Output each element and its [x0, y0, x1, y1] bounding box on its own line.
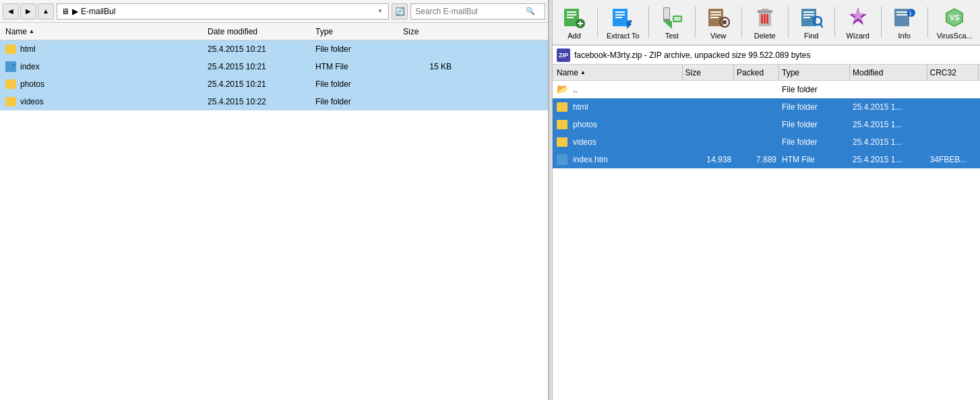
info-toolbar-label: Info — [898, 32, 911, 40]
toolbar-divider — [695, 7, 696, 38]
zip-info-bar: ZIP facebook-M3rty.zip - ZIP archive, un… — [553, 46, 980, 65]
svg-rect-37 — [894, 9, 909, 26]
toolbar-divider — [834, 7, 835, 38]
zip-column-headers: Name ▲ Size Packed Type Modified CRC32 — [553, 65, 980, 81]
svg-rect-1 — [567, 11, 576, 13]
svg-line-34 — [820, 24, 822, 27]
svg-rect-28 — [766, 14, 768, 24]
zip-file-name: index.htm — [554, 154, 683, 165]
svg-point-22 — [723, 20, 727, 24]
toolbar-test-button[interactable]: Test — [652, 3, 692, 42]
zip-row[interactable]: photos File folder 25.4.2015 1... — [553, 116, 980, 133]
up-button[interactable]: ▲ — [38, 3, 54, 20]
col-header-date[interactable]: Date modified — [205, 23, 313, 40]
zip-col-name[interactable]: Name ▲ — [554, 65, 683, 80]
svg-rect-6 — [580, 21, 581, 26]
zip-col-packed[interactable]: Packed — [734, 65, 779, 80]
delete-toolbar-label: Delete — [754, 32, 776, 40]
svg-rect-16 — [674, 17, 681, 21]
toolbar-wizard-button[interactable]: Wizard — [838, 3, 878, 42]
toolbar-divider — [881, 7, 882, 38]
toolbar-view-button[interactable]: View — [698, 3, 739, 42]
test-toolbar-label: Test — [665, 32, 679, 40]
file-date: 25.4.2015 10:21 — [205, 44, 313, 54]
zip-folder-icon — [557, 137, 568, 147]
view-toolbar-icon — [706, 5, 731, 30]
address-dropdown-icon[interactable]: ▼ — [376, 8, 384, 14]
breadcrumb-icon: 🖥 — [61, 7, 69, 16]
virusscan-toolbar-label: VirusSca... — [937, 32, 973, 40]
zip-row[interactable]: 📂 .. File folder — [553, 81, 980, 98]
zip-row[interactable]: html File folder 25.4.2015 1... — [553, 98, 980, 116]
zip-row[interactable]: index.htm 14.938 7.889 HTM File 25.4.201… — [553, 151, 980, 168]
zip-file-modified: 25.4.2015 1... — [850, 120, 927, 129]
zip-col-crc[interactable]: CRC32 — [927, 65, 979, 80]
col-header-size[interactable]: Size — [400, 23, 454, 40]
toolbar-divider — [741, 7, 742, 38]
svg-rect-20 — [710, 17, 718, 18]
file-type: HTM File — [313, 62, 400, 71]
add-toolbar-label: Add — [568, 32, 581, 40]
file-name: index — [3, 61, 205, 72]
file-list: html 25.4.2015 10:21 File folder index 2… — [0, 40, 548, 400]
zip-row[interactable]: videos File folder 25.4.2015 1... — [553, 133, 980, 151]
wizard-toolbar-label: Wizard — [847, 32, 869, 40]
refresh-button[interactable]: 🔄 — [392, 3, 408, 20]
forward-button[interactable]: ▶ — [20, 3, 36, 20]
toolbar-find-button[interactable]: Find — [791, 3, 832, 42]
find-toolbar-icon — [799, 5, 824, 30]
svg-text:i: i — [909, 10, 911, 17]
zip-file-name: html — [554, 102, 683, 112]
svg-rect-18 — [710, 11, 721, 13]
file-row[interactable]: html 25.4.2015 10:21 File folder — [0, 40, 548, 58]
zip-file-icon — [557, 154, 568, 165]
toolbar-virusscan-button[interactable]: VS VirusSca... — [931, 3, 979, 42]
col-header-type[interactable]: Type — [313, 23, 400, 40]
zip-folder-icon — [557, 102, 568, 112]
file-type: File folder — [313, 44, 400, 54]
search-icon[interactable]: 🔍 — [526, 7, 535, 15]
svg-rect-19 — [710, 14, 721, 15]
file-type: File folder — [313, 97, 400, 106]
file-row[interactable]: photos 25.4.2015 10:21 File folder — [0, 75, 548, 93]
svg-rect-32 — [803, 17, 810, 18]
address-path: E-mailBul — [81, 7, 376, 16]
zip-file-type: File folder — [779, 137, 850, 147]
toolbar-info-button[interactable]: i Info — [884, 3, 925, 42]
add-toolbar-icon — [562, 5, 586, 30]
toolbar-divider — [927, 7, 928, 38]
toolbar-delete-button[interactable]: Delete — [745, 3, 785, 42]
svg-rect-9 — [615, 14, 625, 15]
file-name: videos — [3, 97, 205, 106]
find-toolbar-label: Find — [804, 32, 818, 40]
svg-text:VS: VS — [950, 13, 960, 22]
file-row[interactable]: index 25.4.2015 10:21 HTM File 15 KB — [0, 58, 548, 75]
back-button[interactable]: ◀ — [3, 3, 19, 20]
test-toolbar-icon — [660, 5, 684, 30]
view-toolbar-label: View — [710, 32, 727, 40]
zip-col-type[interactable]: Type — [779, 65, 850, 80]
toolbar-add-button[interactable]: Add — [554, 3, 594, 42]
col-header-name[interactable]: Name ▲ — [3, 23, 205, 40]
zip-col-size[interactable]: Size — [683, 65, 734, 80]
svg-rect-26 — [761, 14, 763, 24]
file-name: html — [3, 44, 205, 54]
search-input[interactable] — [415, 7, 523, 16]
zip-file-modified: 25.4.2015 1... — [850, 137, 927, 147]
svg-rect-3 — [567, 17, 574, 18]
folder-icon — [5, 97, 16, 106]
svg-rect-38 — [896, 11, 907, 13]
toolbar: Add Extract To Test View Delete Find Wiz… — [553, 0, 980, 46]
toolbar-divider — [597, 7, 598, 38]
toolbar-extract-button[interactable]: Extract To — [601, 3, 646, 42]
zip-file-name: videos — [554, 137, 683, 147]
search-box[interactable]: 🔍 — [410, 3, 545, 20]
wizard-toolbar-icon — [846, 5, 870, 30]
delete-toolbar-icon — [753, 5, 777, 30]
extract-toolbar-icon — [611, 5, 635, 30]
toolbar-divider — [788, 7, 789, 38]
zip-folder-icon — [557, 120, 568, 129]
file-row[interactable]: videos 25.4.2015 10:22 File folder — [0, 93, 548, 110]
address-field[interactable]: 🖥 ▶ E-mailBul ▼ — [57, 3, 389, 20]
zip-col-modified[interactable]: Modified — [850, 65, 927, 80]
